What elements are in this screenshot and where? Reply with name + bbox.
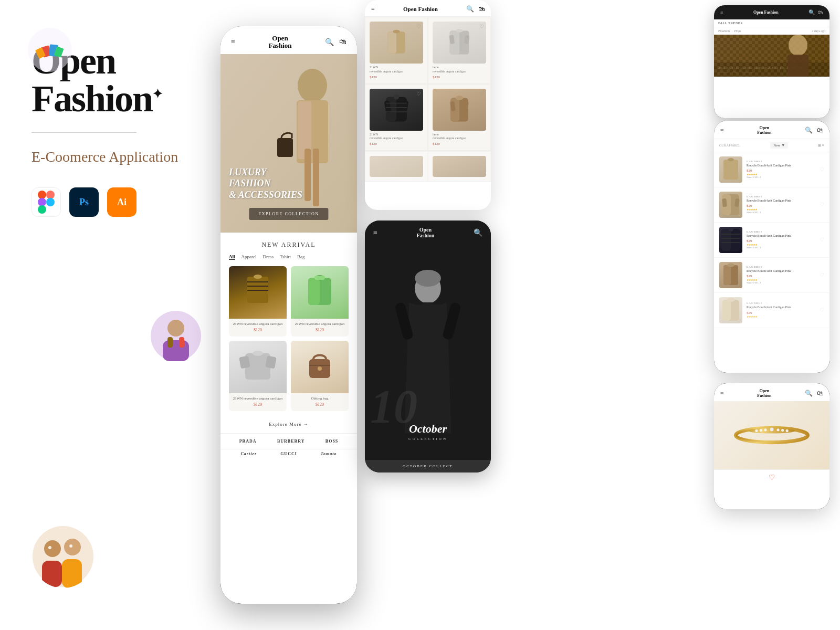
svg-rect-46	[387, 32, 396, 54]
svg-point-105	[786, 429, 789, 432]
oct-menu-icon[interactable]: ≡	[373, 228, 377, 237]
svg-rect-14	[179, 337, 184, 348]
blog-screen: ≡ Open Fashion 🔍 🛍 FALL TRENDS #Fashion …	[714, 5, 830, 118]
wishlist-heart[interactable]: ♡	[479, 24, 484, 29]
list-item[interactable]: ♡ lame reversible angora cardigan $120	[428, 17, 491, 84]
avatar-shopping-mid	[150, 310, 202, 362]
pg-cart-icon[interactable]: 🛍	[478, 5, 485, 13]
jewelry-product-image	[714, 401, 830, 469]
title-divider	[32, 132, 136, 133]
photoshop-icon[interactable]: Ps	[69, 187, 99, 217]
jewelry-heart-icon[interactable]: ♡	[769, 474, 775, 481]
list-item-wishlist[interactable]: ♡	[820, 166, 824, 172]
new-arrival-title: NEW ARRIVAL	[229, 241, 349, 249]
svg-point-52	[456, 29, 463, 33]
pg-header-icons: 🔍 🛍	[466, 5, 485, 13]
tab-dress[interactable]: Dress	[263, 254, 274, 260]
oct-search-icon[interactable]: 🔍	[474, 228, 482, 237]
jewelry-screen: ≡ Open Fashion 🔍 🛍	[714, 383, 830, 509]
brand-cartier: Cartier	[241, 452, 257, 456]
list-item-wishlist[interactable]: ♡	[820, 272, 824, 278]
svg-point-33	[254, 275, 262, 279]
october-title: October COLLECTION	[365, 422, 491, 441]
svg-point-20	[48, 546, 51, 549]
svg-rect-12	[163, 340, 189, 361]
blog-cart-icon[interactable]: 🛍	[818, 9, 823, 15]
blog-search-icon[interactable]: 🔍	[808, 9, 815, 15]
svg-rect-77	[788, 55, 808, 77]
brand-boss: BOSS	[326, 439, 338, 444]
list-item[interactable]: LAUDREI Recycle Bouclé knit Cardigan Pin…	[714, 223, 830, 258]
list-item-details: LAUDREI Recycle Bouclé knit Cardigan Pin…	[747, 266, 815, 285]
svg-rect-40	[265, 355, 277, 369]
svg-point-11	[167, 320, 184, 337]
product-card[interactable]: Oblong bag $120	[291, 341, 349, 411]
list-item-wishlist[interactable]: ♡	[820, 237, 824, 243]
search-icon[interactable]: 🔍	[325, 38, 334, 47]
list-item-details: LAUDREI Recycle Bouclé knit Cardigan Pin…	[747, 195, 815, 214]
tab-bag[interactable]: Bag	[297, 254, 305, 260]
list-menu-icon[interactable]: ≡	[720, 127, 724, 134]
list-cart-icon[interactable]: 🛍	[817, 127, 823, 134]
hero-text: LUXURY FASHION & ACCESSORIES	[229, 167, 302, 201]
blog-menu-icon[interactable]: ≡	[720, 9, 723, 15]
list-item-details: LAUDREI Recycle Bouclé knit Cardigan Pin…	[747, 302, 815, 318]
category-tabs: All Apparel Dress Tshirt Bag	[229, 254, 349, 260]
product-grid-items: ♡ 21WN reversible angora cardigan $120 ♡…	[365, 17, 491, 151]
list-item[interactable]: ♡ 21WN reversible angora cardigan $120	[365, 17, 428, 84]
explore-collection-button[interactable]: EXPLORE COLLECTION	[249, 208, 328, 220]
list-view-toggle[interactable]: ⊞ ≡	[818, 143, 824, 148]
list-item[interactable]: LAUDREI Recycle Bouclé knit Cardigan Pin…	[714, 258, 830, 293]
brand-star: ✦	[152, 87, 162, 101]
list-item[interactable]: ♡ 21WN reversible angora cardigan $120	[365, 84, 428, 151]
jewelry-more-indicator: ♡	[714, 469, 830, 485]
list-header: ≡ Open Fashion 🔍 🛍	[714, 121, 830, 139]
tab-all[interactable]: All	[229, 254, 235, 260]
figma-icon[interactable]	[32, 187, 61, 217]
wishlist-heart[interactable]: ♡	[416, 24, 421, 29]
svg-rect-19	[62, 559, 82, 588]
jewelry-menu-icon[interactable]: ≡	[720, 390, 724, 397]
explore-more-link[interactable]: Explore More →	[220, 415, 357, 433]
illustrator-icon[interactable]: Ai	[107, 187, 136, 217]
main-phone-mockup: ≡ Open Fashion 🔍 🛍	[220, 26, 357, 604]
avatar-shopping-top	[26, 26, 74, 74]
wishlist-heart[interactable]: ♡	[416, 91, 421, 97]
list-item-wishlist[interactable]: ♡	[820, 202, 824, 207]
list-item[interactable]: LAUDREI Recycle Bouclé knit Cardigan Pin…	[714, 293, 830, 328]
svg-point-18	[64, 539, 81, 555]
new-arrival-section: NEW ARRIVAL All Apparel Dress Tshirt Bag	[220, 233, 357, 415]
list-search-icon[interactable]: 🔍	[805, 127, 813, 134]
brand-gucci: GUCCI	[280, 452, 297, 456]
list-item[interactable]: LAUDREI Recycle Bouclé knit Cardigan Pin…	[714, 152, 830, 187]
jewelry-cart-icon[interactable]: 🛍	[817, 390, 823, 397]
cart-icon[interactable]: 🛍	[339, 38, 346, 47]
pg-item-brand: 21WN	[370, 66, 423, 70]
svg-rect-75	[714, 35, 830, 77]
svg-point-100	[760, 429, 762, 432]
list-logo: Open Fashion	[757, 126, 771, 135]
product-grid-screen: ≡ Open Fashion 🔍 🛍 ♡ 21WN reversible ang…	[365, 0, 491, 210]
wishlist-heart[interactable]: ♡	[479, 91, 484, 97]
tab-tshirt[interactable]: Tshirt	[280, 254, 291, 260]
jewelry-search-icon[interactable]: 🔍	[805, 390, 813, 397]
product-card[interactable]: 21WN reversible angora cardigan $120	[229, 341, 287, 411]
list-filter-button[interactable]: New ▼	[770, 142, 788, 149]
list-item-details: LAUDREI Recycle Bouclé knit Cardigan Pin…	[747, 230, 815, 249]
list-item[interactable]: LAUDREI Recycle Bouclé knit Cardigan Pin…	[714, 187, 830, 223]
svg-point-21	[69, 544, 72, 548]
tab-apparel[interactable]: Apparel	[242, 254, 257, 260]
list-item	[365, 151, 428, 182]
pg-menu-icon[interactable]: ≡	[371, 5, 375, 13]
product-card[interactable]: 21WN reversible angora cardigan $120	[291, 266, 349, 337]
list-header-icons: 🔍 🛍	[805, 127, 823, 134]
list-item-wishlist[interactable]: ♡	[820, 307, 824, 313]
list-item[interactable]: ♡ lame reversible angora cardigan $120	[428, 84, 491, 151]
menu-icon[interactable]: ≡	[231, 38, 235, 46]
svg-point-9	[46, 198, 55, 206]
product-card[interactable]: 21WN reversible angora cardigan $120	[229, 266, 287, 337]
brand-prada: PRADA	[239, 439, 257, 444]
svg-rect-13	[167, 337, 173, 348]
pg-partial-row	[365, 151, 491, 182]
pg-search-icon[interactable]: 🔍	[466, 5, 474, 13]
